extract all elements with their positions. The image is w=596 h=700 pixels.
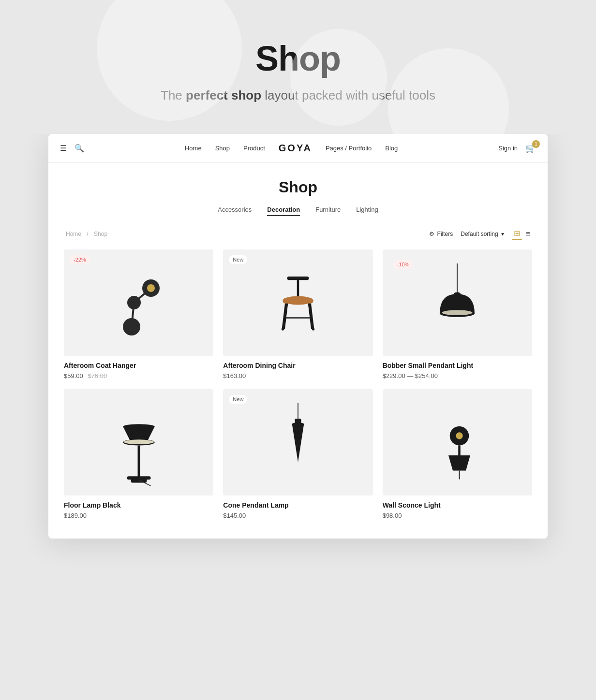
breadcrumb-current: Shop (94, 231, 107, 237)
price-current-1: $59.00 (64, 372, 83, 379)
product-price-3: $229.00 — $254.00 (383, 372, 532, 379)
svg-rect-6 (287, 277, 309, 280)
cart-badge: 1 (532, 140, 540, 148)
product-title-2: Afteroom Dining Chair (223, 362, 372, 369)
price-current-4: $189.00 (64, 512, 87, 519)
product-price-6: $98.00 (383, 512, 532, 519)
hero-subtitle-bold: perfect shop (186, 88, 261, 102)
nav-home[interactable]: Home (185, 145, 202, 152)
product-price-4: $189.00 (64, 512, 213, 519)
product-illustration-4 (105, 399, 173, 486)
tab-furniture[interactable]: Furniture (315, 206, 341, 216)
product-image-6 (383, 389, 532, 496)
nav-shop[interactable]: Shop (215, 145, 230, 152)
breadcrumb-home[interactable]: Home (66, 231, 81, 237)
product-illustration-2 (264, 259, 332, 346)
hero-section: Shop The perfect shop layout packed with… (0, 0, 596, 134)
nav-left: ☰ 🔍 (60, 144, 84, 153)
hamburger-icon[interactable]: ☰ (60, 144, 67, 153)
view-toggles: ⊞ ≡ (512, 228, 532, 240)
product-image-1: -22% (64, 249, 213, 356)
badge-discount-3: -10% (393, 260, 414, 269)
badge-new-2: New (229, 255, 247, 264)
svg-rect-24 (137, 446, 140, 477)
product-card-6[interactable]: Wall Sconce Light $98.00 (383, 389, 532, 519)
product-illustration-3 (423, 259, 491, 346)
category-tabs: Accessories Decoration Furniture Lightin… (64, 206, 532, 216)
price-original-1: $76.00 (88, 372, 107, 379)
product-title-4: Floor Lamp Black (64, 501, 213, 509)
badge-discount-1: -22% (70, 255, 90, 264)
price-current-5: $145.00 (223, 512, 246, 519)
list-view-button[interactable]: ≡ (524, 228, 532, 240)
tab-accessories[interactable]: Accessories (218, 206, 252, 216)
chevron-down-icon: ▾ (501, 231, 504, 237)
svg-marker-33 (448, 455, 470, 471)
product-image-2: New (223, 249, 372, 356)
product-card-2[interactable]: New (223, 249, 372, 379)
svg-point-29 (292, 423, 304, 426)
price-current-3: $229.00 — $254.00 (383, 372, 438, 379)
product-title-5: Cone Pendant Lamp (223, 501, 372, 509)
product-card-4[interactable]: Floor Lamp Black $189.00 (64, 389, 213, 519)
product-title-1: Afteroom Coat Hanger (64, 362, 213, 369)
svg-point-21 (123, 424, 154, 429)
hero-subtitle-rest: layout packed with useful tools (261, 88, 435, 102)
grid-view-button[interactable]: ⊞ (512, 228, 522, 240)
sort-dropdown[interactable]: Default sorting ▾ (461, 231, 504, 237)
filter-controls: ⚙ Filters Default sorting ▾ ⊞ ≡ (429, 228, 532, 240)
filters-button[interactable]: ⚙ Filters (429, 231, 453, 237)
product-image-3: New -10% (383, 249, 532, 356)
hero-title: Shop (10, 39, 586, 78)
product-grid: -22% Afteroom Coat Hanger (64, 249, 532, 519)
product-price-5: $145.00 (223, 512, 372, 519)
svg-point-23 (124, 439, 154, 444)
nav-pages[interactable]: Pages / Portfolio (326, 145, 372, 152)
cart-icon[interactable]: 🛒 1 (525, 143, 536, 154)
sort-label: Default sorting (461, 231, 498, 237)
svg-point-16 (312, 328, 314, 330)
nav-center: Home Shop Product GOYA Pages / Portfolio… (84, 143, 498, 154)
product-title-6: Wall Sconce Light (383, 501, 532, 509)
product-card-3[interactable]: New -10% (383, 249, 532, 379)
filter-bar: Home / Shop ⚙ Filters Default sorting ▾ … (64, 228, 532, 240)
shop-page-title: Shop (64, 178, 532, 196)
product-illustration-1 (105, 259, 173, 346)
hero-subtitle: The perfect shop layout packed with usef… (10, 86, 586, 105)
signin-link[interactable]: Sign in (498, 145, 518, 152)
product-illustration-6 (423, 399, 491, 486)
product-price-1: $59.00 $76.00 (64, 372, 213, 379)
navbar: ☰ 🔍 Home Shop Product GOYA Pages / Portf… (48, 134, 548, 163)
filter-icon: ⚙ (429, 231, 434, 237)
nav-logo: GOYA (279, 143, 312, 154)
product-card-5[interactable]: New Cone Pendant Lamp $145. (223, 389, 372, 519)
product-price-2: $163.00 (223, 372, 372, 379)
product-illustration-5 (264, 399, 332, 486)
hero-subtitle-plain: The (161, 88, 186, 102)
price-current-6: $98.00 (383, 512, 402, 519)
shop-content: Shop Accessories Decoration Furniture Li… (48, 163, 548, 539)
product-image-4 (64, 389, 213, 496)
nav-blog[interactable]: Blog (385, 145, 398, 152)
svg-point-5 (147, 284, 155, 292)
tab-lighting[interactable]: Lighting (356, 206, 378, 216)
nav-product[interactable]: Product (243, 145, 265, 152)
svg-point-15 (282, 328, 284, 330)
svg-rect-9 (283, 298, 313, 304)
breadcrumb-sep: / (87, 231, 88, 237)
svg-point-20 (442, 310, 473, 315)
browser-window: ☰ 🔍 Home Shop Product GOYA Pages / Portf… (48, 134, 548, 539)
filter-label: Filters (437, 231, 453, 237)
price-current-2: $163.00 (223, 372, 246, 379)
product-image-5: New (223, 389, 372, 496)
search-icon[interactable]: 🔍 (74, 144, 84, 153)
badge-new-5: New (229, 395, 247, 404)
product-card-1[interactable]: -22% Afteroom Coat Hanger (64, 249, 213, 379)
tab-decoration[interactable]: Decoration (267, 206, 300, 216)
nav-right: Sign in 🛒 1 (498, 143, 536, 154)
svg-point-31 (456, 432, 463, 439)
product-title-3: Bobber Small Pendant Light (383, 362, 532, 369)
breadcrumb: Home / Shop (64, 231, 109, 237)
